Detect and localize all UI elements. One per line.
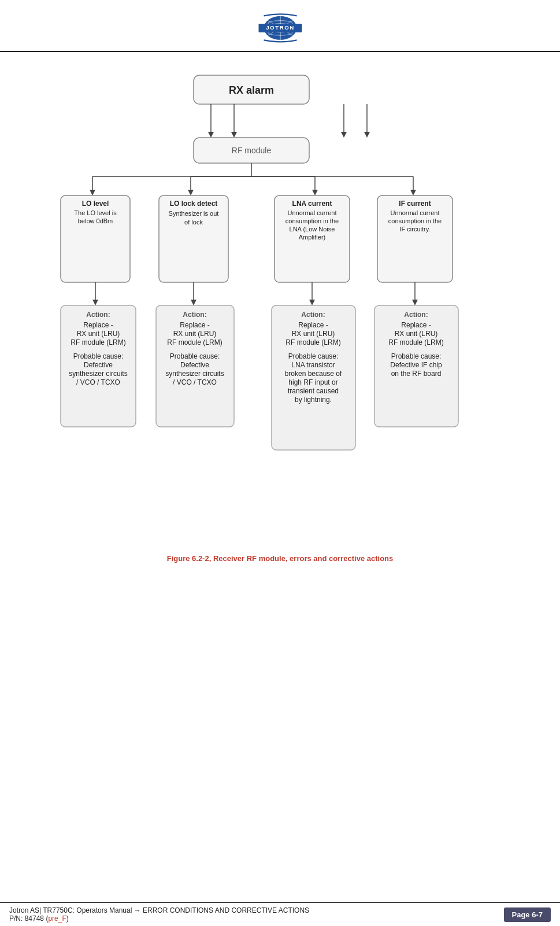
footer-pn-color: pre_F [48, 914, 66, 923]
svg-text:Action:: Action: [404, 311, 428, 319]
jotron-logo-svg: JOTRON [254, 10, 306, 45]
svg-text:/ VCO / TCXO: / VCO / TCXO [173, 378, 217, 386]
svg-marker-15 [364, 132, 370, 138]
footer-section: ERROR CONDITIONS AND CORRECTIVE ACTIONS [143, 906, 309, 914]
svg-text:RX unit (LRU): RX unit (LRU) [76, 330, 120, 338]
svg-text:transient caused: transient caused [287, 387, 338, 395]
svg-text:Probable cause:: Probable cause: [169, 352, 220, 360]
svg-text:RF module (LRM): RF module (LRM) [388, 338, 443, 346]
svg-text:high RF input or: high RF input or [288, 378, 338, 386]
svg-text:by lightning.: by lightning. [294, 396, 331, 404]
svg-text:Amplifier): Amplifier) [298, 234, 325, 241]
svg-text:synthesizer circuits: synthesizer circuits [69, 370, 127, 378]
svg-text:RF module (LRM): RF module (LRM) [71, 338, 125, 346]
svg-marker-20 [90, 190, 95, 195]
footer-pn: P/N: 84748 (pre_F) [9, 914, 69, 923]
svg-text:Probable cause:: Probable cause: [391, 352, 441, 360]
svg-text:Unnormal current: Unnormal current [390, 209, 439, 216]
svg-text:RF  module (LRM): RF module (LRM) [167, 338, 222, 346]
svg-text:consumption in the: consumption in the [388, 217, 441, 224]
svg-marker-9 [208, 132, 214, 138]
svg-marker-23 [188, 190, 194, 195]
svg-text:RX unit (LRU): RX unit (LRU) [173, 330, 216, 338]
svg-marker-29 [410, 190, 416, 195]
svg-text:/ VCO / TCXO: / VCO / TCXO [76, 378, 120, 386]
svg-text:Defective: Defective [180, 361, 209, 369]
rf-module-label: RF module [231, 146, 271, 155]
svg-text:Replace -: Replace - [83, 321, 113, 329]
svg-text:Probable cause:: Probable cause: [73, 352, 123, 360]
svg-rect-44 [377, 195, 453, 282]
svg-text:below 0dBm: below 0dBm [77, 217, 113, 224]
footer-page: Page 6-7 [504, 907, 551, 922]
svg-text:LNA (Low Noise: LNA (Low Noise [289, 226, 335, 233]
svg-rect-34 [159, 195, 228, 282]
logo: JOTRON [254, 10, 306, 45]
svg-text:IF current: IF current [399, 200, 431, 208]
svg-marker-26 [312, 190, 318, 195]
svg-text:broken because of: broken because of [284, 370, 342, 378]
svg-rect-30 [61, 195, 130, 282]
svg-text:consumption in the: consumption in the [285, 217, 338, 224]
svg-text:Replace -: Replace - [298, 321, 328, 329]
svg-text:LO lock detect: LO lock detect [169, 200, 217, 208]
svg-text:Action:: Action: [183, 311, 206, 319]
diagram-area: RX alarm RF module [0, 52, 560, 580]
svg-marker-50 [92, 300, 98, 305]
svg-text:LNA current: LNA current [292, 200, 332, 208]
diagram-svg: RX alarm RF module [32, 69, 529, 544]
svg-text:Synthesizer is out: Synthesizer is out [168, 210, 218, 217]
svg-text:synthesizer circuits: synthesizer circuits [165, 370, 224, 378]
svg-text:RX unit (LRU): RX unit (LRU) [291, 330, 335, 338]
footer-company: Jotron AS| TR7750C: Operators Manual [9, 906, 132, 914]
svg-text:Replace -: Replace - [401, 321, 431, 329]
svg-text:RX unit (LRU): RX unit (LRU) [394, 330, 437, 338]
svg-text:Action:: Action: [86, 311, 110, 319]
svg-text:LNA transistor: LNA transistor [291, 361, 335, 369]
svg-marker-52 [191, 300, 196, 305]
footer-left: Jotron AS| TR7750C: Operators Manual → E… [9, 906, 504, 923]
svg-text:RF module (LRM): RF module (LRM) [285, 338, 340, 346]
svg-text:Defective IF chip: Defective IF chip [390, 361, 442, 369]
svg-text:The LO level is: The LO level is [74, 209, 117, 216]
svg-marker-13 [341, 132, 347, 138]
page-header: JOTRON [0, 0, 560, 52]
svg-marker-56 [412, 300, 418, 305]
svg-text:Unnormal current: Unnormal current [287, 209, 336, 216]
svg-text:Probable cause:: Probable cause: [288, 352, 338, 360]
svg-text:Defective: Defective [83, 361, 112, 369]
svg-marker-11 [231, 132, 237, 138]
svg-text:IF circuitry.: IF circuitry. [399, 226, 430, 233]
svg-marker-54 [309, 300, 315, 305]
svg-text:on the RF board: on the RF board [391, 370, 441, 378]
svg-text:Action:: Action: [301, 311, 325, 319]
svg-text:JOTRON: JOTRON [266, 24, 295, 31]
rx-alarm-label: RX alarm [228, 84, 273, 96]
svg-text:of lock: of lock [184, 219, 203, 226]
page-footer: Jotron AS| TR7750C: Operators Manual → E… [0, 902, 560, 926]
svg-text:Replace -: Replace - [180, 321, 209, 329]
footer-arrow: → [134, 906, 143, 914]
figure-caption: Figure 6.2-2, Receiver RF module, errors… [167, 554, 394, 563]
svg-text:LO level: LO level [81, 200, 109, 208]
